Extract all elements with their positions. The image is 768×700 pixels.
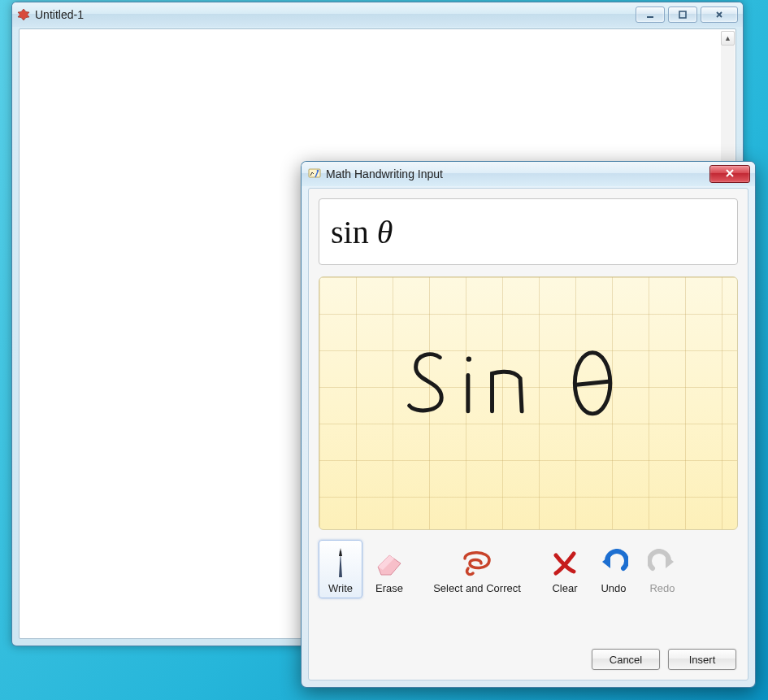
svg-point-9 [466,356,471,361]
handwriting-canvas[interactable] [319,276,738,530]
svg-marker-0 [18,9,29,20]
math-handwriting-window: Math Handwriting Input sin θ [301,161,756,688]
math-titlebar[interactable]: Math Handwriting Input [302,162,755,186]
insert-button[interactable]: Insert [668,649,736,670]
mathematica-icon [17,8,30,21]
clear-tool[interactable]: Clear [543,540,587,598]
svg-rect-2 [679,11,686,18]
undo-tool[interactable]: Undo [592,540,636,598]
math-input-icon [308,167,321,180]
clear-x-icon [551,546,579,579]
close-button[interactable] [701,7,738,23]
cancel-label: Cancel [610,654,642,666]
svg-point-6 [317,170,319,172]
pen-icon [328,546,353,579]
erase-tool[interactable]: Erase [367,540,411,598]
cancel-button[interactable]: Cancel [592,649,660,670]
math-client-area: sin θ [308,188,748,680]
svg-line-11 [576,381,609,385]
notebook-title: Untitled-1 [35,8,632,21]
insert-label: Insert [689,654,716,666]
lasso-icon [458,546,496,579]
close-button[interactable] [709,165,750,183]
clear-label: Clear [552,582,577,594]
maximize-button[interactable] [668,7,697,23]
window-caption-buttons [632,7,738,23]
write-tool[interactable]: Write [319,540,362,598]
erase-label: Erase [375,582,403,594]
undo-icon [599,546,628,579]
minimize-button[interactable] [636,7,665,23]
recognized-expression[interactable]: sin θ [319,198,738,265]
select-correct-tool[interactable]: Select and Correct [416,540,538,598]
ink-strokes [319,277,737,529]
redo-icon [648,546,677,579]
math-window-title: Math Handwriting Input [326,167,709,180]
select-correct-label: Select and Correct [433,582,521,594]
recognized-text: sin [331,213,369,251]
toolbar: Write Erase Select and [319,540,738,598]
svg-rect-1 [647,16,653,18]
notebook-titlebar[interactable]: Untitled-1 [12,2,743,27]
recognized-symbol: θ [377,213,393,251]
eraser-icon [373,546,406,579]
redo-label: Redo [649,582,675,594]
close-icon [724,168,735,180]
redo-tool[interactable]: Redo [640,540,684,598]
scroll-up-icon[interactable]: ▲ [721,31,735,46]
undo-label: Undo [601,582,626,594]
write-label: Write [328,582,353,594]
dialog-buttons: Cancel Insert [592,649,736,670]
